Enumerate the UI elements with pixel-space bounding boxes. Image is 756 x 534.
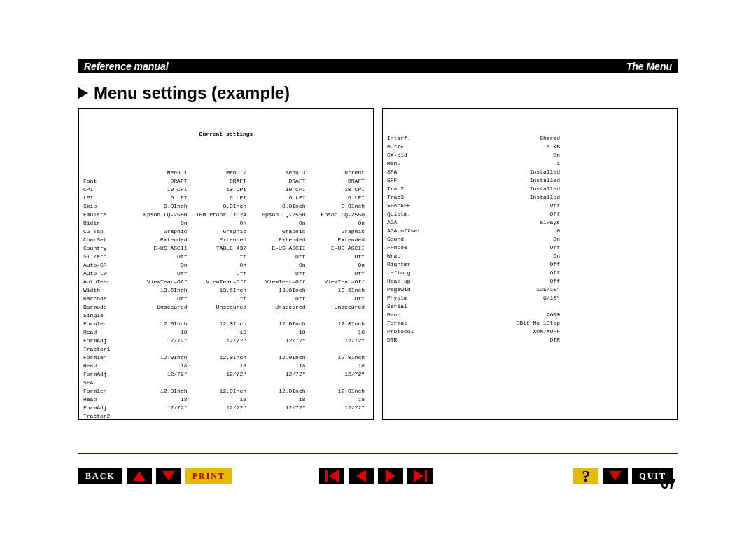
table-cell: CG-Tab [83,227,132,236]
table-cell: 12.0Inch [192,387,251,395]
table-cell: 0.0Inch [132,202,192,211]
table-cell: On [436,151,564,160]
table-cell: Trac3 [387,193,436,202]
table-cell: Barmode [83,303,132,311]
table-cell: Unsecured [310,303,370,311]
table-row: SoundOn [387,235,564,244]
table-row: AGAalways [387,218,564,227]
table-cell [310,311,370,320]
collapse-button[interactable] [603,468,628,484]
table-cell: Off [251,253,310,261]
column-header: Menu 3 [251,169,310,177]
column-header: Menu 1 [132,169,192,177]
table-cell: Extended [132,236,192,244]
print-button[interactable]: PRINT [186,468,232,484]
triangle-right-icon [386,470,396,482]
table-cell [132,345,192,353]
table-cell: Formlen [83,353,132,362]
table-cell: Unsecured [251,303,310,311]
table-cell: Single [83,311,132,320]
table-cell: Format [387,319,436,328]
table-row: SFFInstalled [387,176,564,185]
table-cell: Protocol [387,328,436,336]
table-cell: Head [83,328,132,337]
page-number: 67 [661,476,676,492]
table-cell: 12.0Inch [192,353,251,362]
table-cell: 8Bit No 1Stop [436,319,564,328]
table-row: WrapOn [387,252,564,260]
table-cell: 6 LPI [251,194,310,202]
table-row: ProtocolXON/XOFF [387,328,564,336]
page-up-button[interactable] [127,468,152,484]
table-cell: TABLE 437 [192,244,251,253]
table-cell: 10 CPI [192,185,251,194]
table-cell: Graphic [251,227,310,236]
printout-example: Current settings Menu 1Menu 2Menu 3Curre… [78,108,678,420]
table-cell: On [132,261,192,269]
printout-title: Current settings [83,130,369,138]
table-cell [192,311,251,320]
table-cell: 12/72" [251,404,310,412]
table-row: DTRDTR [387,336,564,344]
table-row: FormAdj12/72"12/72"12/72"12/72" [83,337,369,345]
table-cell: On [436,252,564,260]
table-cell: Font [83,177,132,185]
table-cell: Off [436,210,564,218]
table-cell: ViewTear=Off [192,278,251,286]
table-row: CX-bidOn [387,151,564,160]
table-row: Trac2Installed [387,185,564,193]
table-cell: Tractor2 [83,412,132,420]
table-cell: FormAdj [83,337,132,345]
back-button[interactable]: BACK [78,468,122,484]
table-cell: ViewTear=Off [310,278,370,286]
heading-text: Menu settings (example) [94,83,290,103]
table-cell: Emulate [83,211,132,219]
table-row: FFmodeOff [387,244,564,252]
table-cell: Epson LQ-2550 [132,211,192,219]
table-cell: 6 LPI [132,194,192,202]
first-button[interactable] [319,468,344,484]
table-cell: 12.0Inch [132,320,192,328]
table-row: FormAdj12/72"12/72"12/72"12/72" [83,370,369,379]
table-cell: 12.0Inch [251,320,310,328]
nav-bar: BACK PRINT [78,467,678,485]
table-cell: AutoTear [83,278,132,286]
table-row: SFA [83,379,369,387]
table-row: AGA offset0 [387,227,564,235]
table-cell: 18 [192,395,251,404]
table-cell: FormAdj [83,404,132,412]
table-cell: 13.6Inch [310,286,370,295]
table-cell: Auto-CR [83,261,132,269]
table-cell: Graphic [132,227,192,236]
table-cell: 1 [436,160,564,168]
table-cell: 12/72" [192,337,251,345]
help-button[interactable]: ? [573,468,598,484]
table-cell: Tractor1 [83,345,132,353]
table-cell: 18 [251,328,310,337]
table-row: Interf.Shared [387,134,564,143]
table-cell [192,379,251,387]
table-cell: 12.0Inch [192,320,251,328]
table-cell: 13.6Inch [251,286,310,295]
table-cell: Rightmr [387,260,436,269]
title-left: Reference manual [84,61,169,72]
table-cell: On [436,235,564,244]
prev-button[interactable] [349,468,374,484]
table-row: RightmrOff [387,260,564,269]
settings-table: Menu 1Menu 2Menu 3CurrentFontDRAFTDRAFTD… [83,169,369,420]
table-row: Physlm0/10" [387,294,564,302]
table-cell: Graphic [192,227,251,236]
triangle-left-icon [329,470,339,482]
next-button[interactable] [378,468,403,484]
page-down-button[interactable] [156,468,181,484]
table-cell: 12/72" [132,404,192,412]
table-row: BidirOnOnOnOn [83,219,369,227]
table-row: Quietm.Off [387,210,564,218]
triangle-down-icon [162,471,175,481]
table-cell: AGA [387,218,436,227]
table-cell: SFF [387,176,436,185]
table-cell [251,345,310,353]
triangle-down-icon [609,471,622,481]
last-button[interactable] [407,468,433,484]
table-row: Auto-LWOffOffOffOff [83,269,369,278]
